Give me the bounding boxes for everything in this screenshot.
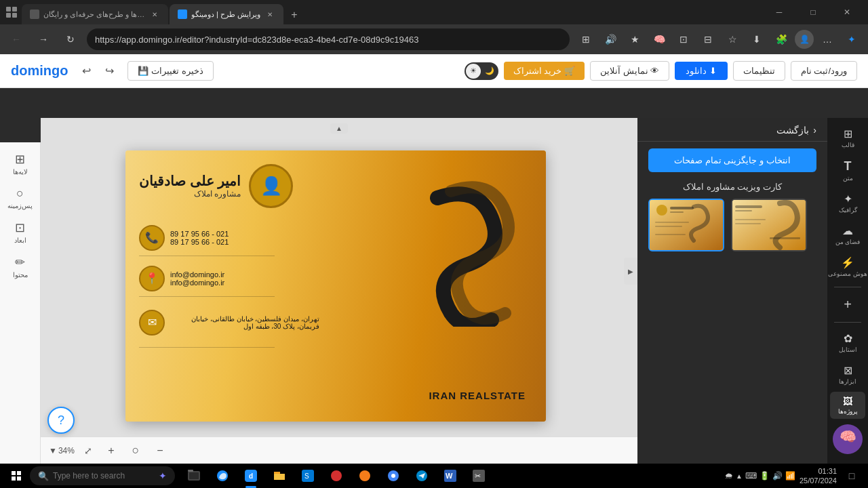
app-launcher-icon[interactable]: ⊞ xyxy=(575,28,597,50)
sidebar-template-item[interactable]: ⊞ قالب xyxy=(830,123,865,152)
notification-button[interactable]: □ xyxy=(841,465,863,487)
save-label: ذخیره تغییرات xyxy=(151,66,203,76)
fit-screen-button[interactable]: ⤢ xyxy=(80,443,96,459)
tab-2-close[interactable]: ✕ xyxy=(264,9,275,20)
background-tool[interactable]: ○ پس‌زمینه xyxy=(3,182,38,214)
dark-mode-option[interactable]: 🌙 xyxy=(482,64,497,79)
split-view-icon[interactable]: ⊟ xyxy=(697,28,719,50)
settings-more-icon[interactable]: … xyxy=(816,28,838,50)
online-preview-button[interactable]: نمایش آنلاین 👁 xyxy=(590,61,669,81)
ai-label: هوش مصنوعی xyxy=(828,270,867,277)
undo-button[interactable]: ↩ xyxy=(76,61,96,81)
extensions-icon[interactable]: 🧩 xyxy=(770,28,792,50)
brain-icon[interactable]: 🧠 xyxy=(648,28,670,50)
taskbar-search-bar[interactable]: 🔍 ✦ xyxy=(30,466,175,485)
favorites-bar-icon[interactable]: ☆ xyxy=(722,28,743,50)
taskbar-app-scissors[interactable]: ✂ xyxy=(465,464,492,488)
redo-button[interactable]: ↪ xyxy=(99,61,119,81)
layers-tool[interactable]: ⊞ لایه‌ها xyxy=(3,148,38,180)
settings-button[interactable]: تنظیمات xyxy=(733,61,785,81)
taskbar-app-chrome[interactable] xyxy=(380,464,407,488)
taskbar-app-domingo[interactable]: d xyxy=(237,464,264,488)
profile-icon[interactable]: 👤 xyxy=(795,30,814,49)
start-button[interactable] xyxy=(5,465,27,487)
refresh-button[interactable]: ↻ xyxy=(60,28,81,50)
copilot-icon[interactable]: ✦ xyxy=(841,28,863,50)
save-button[interactable]: 💾 ذخیره تغییرات xyxy=(127,61,214,81)
chevron-up-icon[interactable]: ▲ xyxy=(736,472,743,480)
cloud-icon: ☁ xyxy=(842,224,853,237)
tab-1-close[interactable]: ✕ xyxy=(149,9,160,20)
bottom-bar: ▼ 34% ⤢ + ○ − xyxy=(41,436,637,464)
taskbar-app-red[interactable] xyxy=(323,464,350,488)
dimensions-tool[interactable]: ⊡ ابعاد xyxy=(3,216,38,248)
downloads-icon[interactable]: ⬇ xyxy=(746,28,768,50)
subscribe-button[interactable]: خرید اشتراک 🛒 xyxy=(504,62,585,80)
sidebar-plus-item[interactable]: + xyxy=(830,293,865,317)
projects-icon: 🖼 xyxy=(843,396,852,407)
zoom-in-button[interactable]: + xyxy=(102,441,121,460)
taskbar-app-explorer[interactable] xyxy=(180,464,208,488)
close-button[interactable]: ✕ xyxy=(831,2,863,22)
taskbar-search-input[interactable] xyxy=(53,471,155,481)
forward-button[interactable]: → xyxy=(33,28,54,50)
address-input[interactable] xyxy=(87,28,570,50)
sidebar-style-item[interactable]: ✿ استایل xyxy=(830,328,865,357)
clock-time: 01:31 xyxy=(800,466,837,476)
maximize-button[interactable]: □ xyxy=(797,2,829,22)
light-mode-option[interactable]: ☀ xyxy=(466,64,481,79)
new-tab-button[interactable]: + xyxy=(285,5,304,24)
minimize-button[interactable]: ─ xyxy=(764,2,795,22)
sidebar-graphics-item[interactable]: ✦ گرافیک xyxy=(830,188,865,218)
taskbar-app-parrot[interactable] xyxy=(351,464,378,488)
svg-point-6 xyxy=(656,205,667,216)
clock-date: 25/07/2024 xyxy=(800,476,837,485)
content-tool[interactable]: ✏ محتوا xyxy=(3,251,38,283)
sidebar-projects-item[interactable]: 🖼 پروژه‌ها xyxy=(830,392,865,419)
dark-mode-toggle[interactable]: ☀ 🌙 xyxy=(465,62,498,80)
sidebar-brain-item[interactable]: 🧠 xyxy=(833,424,863,454)
taskbar-app-store[interactable]: S xyxy=(294,464,321,488)
sidebar-cloud-item[interactable]: ☁ فضای من xyxy=(830,220,865,249)
sidebar-ai-item[interactable]: ⚡ هوش مصنوعی xyxy=(830,252,865,281)
template-thumb-2[interactable] xyxy=(731,199,807,251)
tab-2[interactable]: ویرایش طرح | دومینگو ✕ xyxy=(170,4,283,24)
favorites-icon[interactable]: ★ xyxy=(624,28,646,50)
taskbar-app-edge[interactable] xyxy=(209,464,236,488)
style-icon: ✿ xyxy=(844,332,852,345)
panel-toggle-button[interactable]: ▶ xyxy=(624,258,637,285)
taskbar-app-word[interactable]: W xyxy=(437,464,464,488)
back-button[interactable]: بازگشت › xyxy=(776,125,816,136)
read-aloud-icon[interactable]: 🔊 xyxy=(599,28,621,50)
system-clock[interactable]: 01:31 25/07/2024 xyxy=(800,466,837,486)
zoom-minus-button[interactable]: − xyxy=(151,441,170,460)
address-bar-row: ← → ↻ ⊞ 🔊 ★ 🧠 ⊡ ⊟ ☆ ⬇ 🧩 👤 … ✦ xyxy=(0,24,868,54)
download-button[interactable]: دانلود ⬇ xyxy=(675,62,728,80)
zoom-level[interactable]: ▼ 34% xyxy=(49,446,75,455)
help-button[interactable]: ? xyxy=(47,407,75,434)
collections-icon[interactable]: ⊡ xyxy=(673,28,694,50)
svg-rect-7 xyxy=(670,207,694,209)
collapse-panel-button[interactable]: ▲ xyxy=(330,123,348,134)
sidebar-text-item[interactable]: T متن xyxy=(830,155,865,186)
login-button[interactable]: ورود/ثبت نام xyxy=(791,61,857,81)
canvas-background: IRAN REALSTATE 👤 امیر علی صادقیان مشاوره… xyxy=(125,150,553,432)
sidebar-layout-item[interactable]: ⊠ ابزارها xyxy=(830,360,865,389)
taskbar-app-telegram[interactable] xyxy=(408,464,435,488)
template-thumb-1[interactable] xyxy=(648,199,724,251)
back-button[interactable]: ← xyxy=(5,28,27,50)
select-all-pages-button[interactable]: انتخاب و جایگزینی تمام صفحات xyxy=(648,148,816,172)
taskbar-right: 🌧 ▲ ⌨ 🔋 🔊 📶 01:31 25/07/2024 □ xyxy=(725,465,863,487)
taskbar-app-files[interactable] xyxy=(266,464,293,488)
card-brand-text: IRAN REALSTATE xyxy=(429,390,526,401)
card-logo xyxy=(397,178,532,329)
svg-text:S: S xyxy=(304,472,309,480)
tab-1[interactable]: قالب‌ها و طرح‌های حرفه‌ای و رایگان ✕ xyxy=(22,4,168,24)
business-card[interactable]: IRAN REALSTATE 👤 امیر علی صادقیان مشاوره… xyxy=(125,150,546,422)
zoom-out-button[interactable]: ○ xyxy=(126,441,145,460)
svg-rect-16 xyxy=(735,219,766,220)
projects-label: پروژه‌ها xyxy=(838,408,858,415)
avatar: 👤 xyxy=(249,164,293,208)
location-icon: 📍 xyxy=(139,266,165,291)
logo[interactable]: domingo xyxy=(11,63,68,79)
